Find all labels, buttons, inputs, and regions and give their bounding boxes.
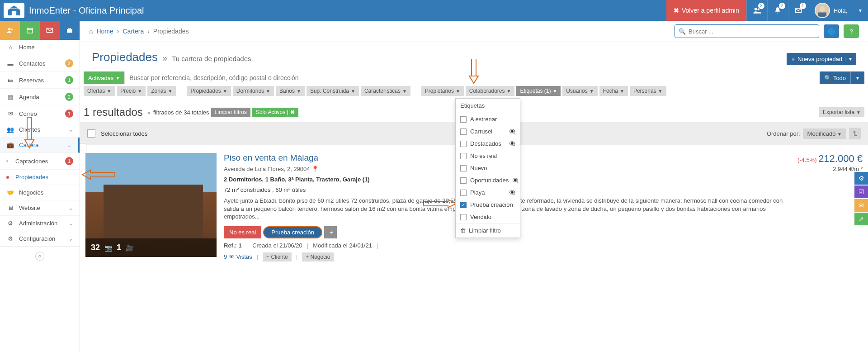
sidebar-item-administracion[interactable]: ⚙Administración⌄ <box>0 216 80 231</box>
breadcrumb-cartera[interactable]: Cartera <box>123 28 144 35</box>
globe-button[interactable]: 🌐 <box>824 24 839 38</box>
sort-field-button[interactable]: Modificado ▼ <box>803 128 846 139</box>
add-cliente-button[interactable]: + Cliente <box>263 252 292 262</box>
filter-zonas[interactable]: Zonas▼ <box>147 86 176 96</box>
filter-precio[interactable]: Precio▼ <box>117 86 146 96</box>
top-nav: inmoenter InmoEnter - Oficina Principal … <box>0 0 868 21</box>
action-mail-button[interactable]: ✉ <box>854 199 868 212</box>
search-input[interactable] <box>689 28 815 35</box>
action-share-button[interactable]: ↗ <box>854 213 868 225</box>
views-link[interactable]: 9 👁 Vistas <box>224 253 252 260</box>
sidebar-collapse-button[interactable]: « <box>0 247 80 265</box>
checkbox-icon <box>460 153 467 159</box>
breadcrumb-current: Propiedades <box>153 28 189 35</box>
property-meta: Ref.: 1 | Creada el 21/06/20 | Modificad… <box>224 242 783 249</box>
sidebar-item-home[interactable]: ⌂Home <box>0 40 80 55</box>
user-menu[interactable]: Hola, ▼ <box>809 0 868 21</box>
add-tag-button[interactable]: + <box>324 226 337 238</box>
share-icon: ↗ <box>859 215 864 223</box>
tag-prueba-creacion[interactable]: Prueba creación <box>263 226 322 238</box>
etiqueta-option[interactable]: A estrenar <box>456 113 520 125</box>
sidebar-item-agenda[interactable]: ▦Agenda2 <box>0 89 80 105</box>
checkbox-icon <box>460 116 467 123</box>
sort-icon: ⇅ <box>853 130 858 137</box>
filter-colaboradores[interactable]: Colaboradores▼ <box>466 86 515 96</box>
quick-calendar-button[interactable] <box>20 21 40 40</box>
bell-icon-button[interactable]: 2 <box>767 0 788 21</box>
etiqueta-option[interactable]: Playa👁‍🗨 <box>456 186 520 199</box>
top-right: ✖ Volver a perfil admin 2 2 1 Hola, ▼ <box>666 0 868 21</box>
sidebar-item-propiedades[interactable]: Propiedades <box>0 170 80 185</box>
mail-icon-button[interactable]: 1 <box>788 0 809 21</box>
filter-todo[interactable]: 🔍Todo <box>820 71 850 84</box>
filter-propiedades[interactable]: Propiedades▼ <box>187 86 231 96</box>
users-icon-button[interactable]: 2 <box>746 0 767 21</box>
etiqueta-option[interactable]: Oportunidades👁‍🗨 <box>456 174 520 186</box>
action-settings-button[interactable]: ⚙ <box>854 172 868 185</box>
select-all-checkbox[interactable] <box>87 129 95 138</box>
quick-add-user-button[interactable] <box>0 21 20 40</box>
add-negocio-button[interactable]: + Negocio <box>302 252 334 262</box>
main-header: ⌂ Home › Cartera › Propiedades 🔍 🌐 ? <box>80 21 868 42</box>
filter-activadas[interactable]: Activadas▼ <box>84 71 124 84</box>
property-price: 212.000 € <box>818 153 863 164</box>
etiqueta-option[interactable]: Nuevo <box>456 162 520 174</box>
action-calendar-button[interactable]: ☑ <box>854 186 868 198</box>
eye-slash-icon: 👁‍🗨 <box>509 141 515 147</box>
filter-caracteristicas[interactable]: Características▼ <box>361 86 410 96</box>
video-count: 1 <box>117 243 121 252</box>
sidebar-item-reservas[interactable]: 🛏Reservas1 <box>0 72 80 89</box>
help-button[interactable]: ? <box>844 24 859 38</box>
filter-fecha[interactable]: Fecha▼ <box>599 86 628 96</box>
filter-todo-dropdown[interactable]: ▼ <box>850 71 864 84</box>
camera-icon: 📷 <box>104 244 112 252</box>
solo-activos-chip[interactable]: Sólo Activos |✖ <box>252 108 298 117</box>
property-checkbox[interactable] <box>80 143 86 151</box>
etiqueta-option[interactable]: No es real <box>456 150 520 162</box>
sidebar-item-contactos[interactable]: ▬Contactos2 <box>0 55 80 72</box>
filter-banos[interactable]: Baños▼ <box>276 86 305 96</box>
tag-no-es-real[interactable]: No es real <box>224 226 261 238</box>
breadcrumb-home[interactable]: Home <box>96 28 113 35</box>
sort-direction-button[interactable]: ⇅ <box>849 128 861 139</box>
export-list-button[interactable]: Exportar lista▼ <box>819 107 864 117</box>
clear-filters-button[interactable]: Limpiar filtros <box>211 108 250 117</box>
filter-ofertas[interactable]: Ofertas▼ <box>84 86 115 96</box>
svg-point-4 <box>758 9 760 11</box>
sidebar-item-cartera[interactable]: 💼Cartera⌄ <box>0 138 80 153</box>
etiqueta-option[interactable]: Carrusel👁‍🗨 <box>456 125 520 138</box>
filter-personas[interactable]: Personas▼ <box>630 86 666 96</box>
annotation-arrow-left <box>81 169 116 181</box>
filter-sup-construida[interactable]: Sup. Construida▼ <box>307 86 359 96</box>
quick-briefcase-button[interactable] <box>60 21 80 40</box>
chevron-down-icon: ⌄ <box>68 205 73 211</box>
filter-usuarios[interactable]: Usuarios▼ <box>562 86 597 96</box>
global-search[interactable]: 🔍 <box>675 24 819 38</box>
sidebar-item-clientes[interactable]: 👥Clientes⌄ <box>0 122 80 138</box>
envelope-icon: ✉ <box>6 110 14 117</box>
etiqueta-option[interactable]: Destacados👁‍🗨 <box>456 138 520 150</box>
etiqueta-option[interactable]: Vendido <box>456 211 520 223</box>
etiqueta-label: Vendido <box>470 214 491 220</box>
page-subtitle: Tu cartera de propiedades. <box>172 55 253 62</box>
sidebar-item-configuracion[interactable]: ⚙Configuración⌄ <box>0 231 80 247</box>
sidebar-item-negocios[interactable]: 🤝Negocios <box>0 185 80 200</box>
filter-dormitorios[interactable]: Dormitorios▼ <box>233 86 274 96</box>
etiquetas-clear-button[interactable]: 🗑Limpiar filtro <box>456 223 520 238</box>
sidebar-item-website[interactable]: 🖥Website⌄ <box>0 200 80 216</box>
home-icon: ⌂ <box>89 28 93 35</box>
app-logo[interactable]: inmoenter <box>4 3 24 18</box>
filter-etiquetas[interactable]: Etiquetas (1)▼ <box>516 86 561 96</box>
eye-icon: 👁 <box>229 253 235 260</box>
filter-propietarios[interactable]: Propietarios▼ <box>421 86 464 96</box>
sidebar-item-correo[interactable]: ✉Correo1 <box>0 105 80 122</box>
svg-marker-13 <box>25 140 34 148</box>
etiqueta-option[interactable]: ✓Prueba creación <box>456 199 520 211</box>
new-property-button[interactable]: + Nueva propiedad ▼ <box>787 53 856 65</box>
sidebar-item-captaciones[interactable]: Captaciones1 <box>0 153 80 170</box>
checkbox-icon <box>460 165 467 171</box>
back-to-admin-button[interactable]: ✖ Volver a perfil admin <box>666 0 746 21</box>
checkbox-icon <box>460 141 467 147</box>
quick-mail-button[interactable] <box>40 21 60 40</box>
cogs-icon: ⚙ <box>6 235 14 242</box>
